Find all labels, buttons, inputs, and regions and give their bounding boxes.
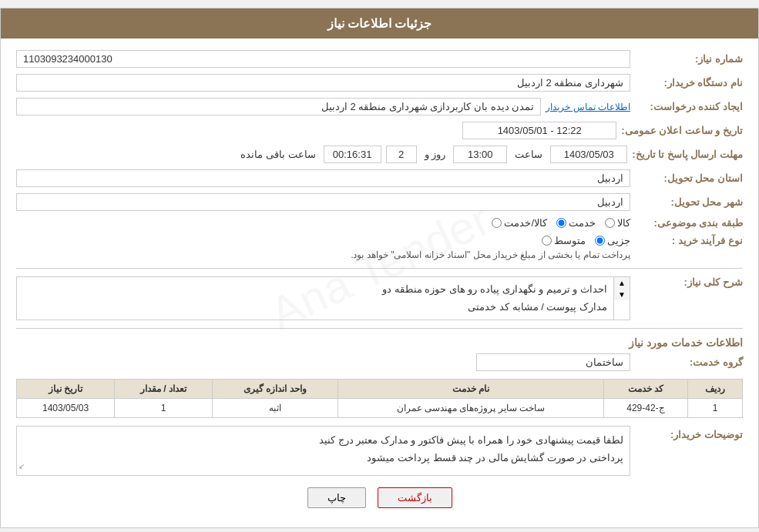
service-group-label: گروه خدمت: (635, 356, 743, 368)
reply-time-value: 13:00 (453, 146, 507, 163)
creator-value: تمدن دیده بان کاربردازی شهرداری منطقه 2 … (16, 98, 541, 115)
cell-unit: اثبه (213, 398, 338, 417)
scroll-down-btn[interactable]: ▼ (614, 289, 630, 300)
contact-link[interactable]: اطلاعات تماس خریدار (546, 102, 630, 112)
purchase-radio-jozyi[interactable] (595, 236, 605, 246)
reply-time-label: ساعت (515, 149, 542, 160)
service-info-title: اطلاعات خدمات مورد نیاز (16, 336, 743, 349)
services-table: ردیف کد خدمت نام خدمت واحد اندازه گیری ت… (16, 379, 743, 418)
category-radio-kala[interactable] (605, 218, 615, 228)
city-value: اردبیل (16, 193, 630, 211)
reply-deadline-label: مهلت ارسال پاسخ تا تاریخ: (632, 149, 743, 160)
announce-date-label: تاریخ و ساعت اعلان عمومی: (621, 125, 743, 136)
col-header-date: تاریخ نیاز (17, 379, 115, 398)
buyer-notes-label: توضیحات خریدار: (635, 426, 743, 440)
print-button[interactable]: چاپ (307, 487, 366, 508)
reply-days-label: روز و (425, 149, 446, 160)
cell-code: ج-42-429 (603, 398, 687, 417)
need-desc-label: شرح کلی نیاز: (635, 276, 743, 288)
purchase-radio-motavaset[interactable] (542, 236, 552, 246)
category-option-label-3: کالا/خدمت (504, 217, 547, 229)
buyer-notes-content: لطفا قیمت پیشنهادی خود را همراه با پیش ف… (16, 426, 630, 476)
creator-label: ایجاد کننده درخواست: (635, 101, 743, 112)
category-option-label-2: خدمت (569, 217, 596, 229)
category-option-kala[interactable]: کالا (605, 217, 630, 229)
col-header-radif: ردیف (688, 379, 743, 398)
scroll-indicator: ↙ (18, 460, 25, 473)
cell-radif: 1 (688, 398, 743, 417)
category-radio-kala-khadamat[interactable] (492, 218, 502, 228)
category-label: طبقه بندی موضوعی: (635, 217, 743, 229)
buyer-org-label: نام دستگاه خریدار: (635, 77, 743, 89)
scroll-up-btn[interactable]: ▲ (614, 277, 630, 289)
remaining-value: 00:16:31 (324, 146, 381, 163)
col-header-qty: تعداد / مقدار (115, 379, 213, 398)
purchase-type-label-motavaset: متوسط (554, 235, 586, 246)
cell-date: 1403/05/03 (17, 398, 115, 417)
purchase-type-notice: پرداخت تمام یا بخشی از مبلغ خریداز محل "… (16, 249, 630, 260)
page-title: جزئیات اطلاعات نیاز (1, 8, 758, 38)
action-buttons: بازگشت چاپ (16, 487, 743, 508)
cell-qty: 1 (115, 398, 213, 417)
need-number-label: شماره نیاز: (635, 53, 743, 65)
col-header-code: کد خدمت (603, 379, 687, 398)
buyer-org-value: شهرداری منطقه 2 اردبیل (16, 74, 630, 92)
category-radio-khadamat[interactable] (556, 218, 566, 228)
cell-name: ساخت سایر پروژه‌های مهندسی عمران (338, 398, 603, 417)
purchase-type-motavaset[interactable]: متوسط (542, 235, 586, 246)
category-radio-group: کالا/خدمت خدمت کالا (492, 217, 630, 229)
table-row: 1 ج-42-429 ساخت سایر پروژه‌های مهندسی عم… (17, 398, 743, 417)
need-number-value: 1103093234000130 (16, 50, 630, 68)
purchase-type-label-jozyi: جزیی (607, 235, 630, 246)
reply-days-value: 2 (386, 146, 417, 163)
city-label: شهر محل تحویل: (635, 196, 743, 208)
category-option-label-1: کالا (617, 217, 630, 229)
purchase-type-jozyi[interactable]: جزیی (595, 235, 630, 246)
category-option-kala-khadamat[interactable]: کالا/خدمت (492, 217, 547, 229)
col-header-name: نام خدمت (338, 379, 603, 398)
purchase-type-label: نوع فرآیند خرید : (635, 235, 743, 246)
category-option-khadamat[interactable]: خدمت (556, 217, 596, 229)
col-header-unit: واحد اندازه گیری (213, 379, 338, 398)
purchase-type-radio-group: متوسط جزیی (16, 235, 630, 246)
remaining-label: ساعت باقی مانده (240, 149, 315, 160)
buyer-notes-text: لطفا قیمت پیشنهادی خود را همراه با پیش ف… (319, 434, 623, 463)
need-desc-content: احداث و ترمیم و نگهداری پیاده رو های حوز… (17, 277, 613, 320)
service-group-value: ساختمان (476, 353, 630, 371)
province-value: اردبیل (16, 169, 630, 187)
province-label: استان محل تحویل: (635, 172, 743, 184)
announce-date-value: 1403/05/01 - 12:22 (462, 122, 616, 139)
reply-date-value: 1403/05/03 (550, 146, 627, 163)
back-button[interactable]: بازگشت (378, 487, 452, 508)
